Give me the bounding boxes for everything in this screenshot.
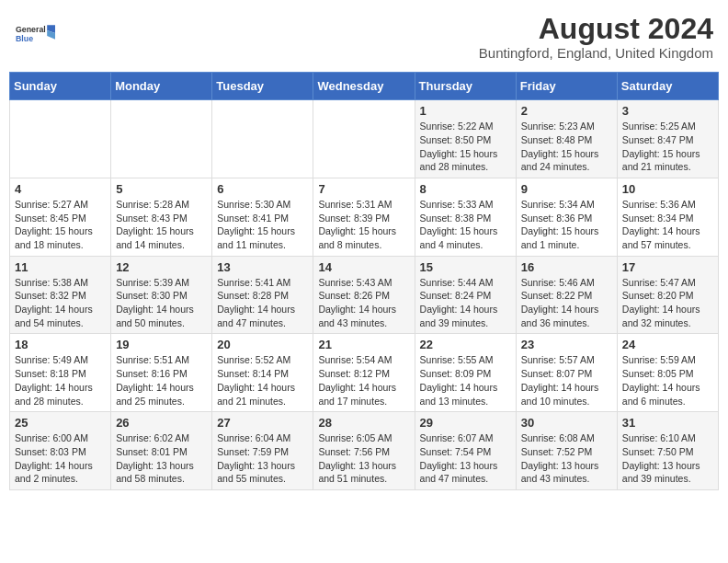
- day-number: 3: [622, 104, 713, 118]
- calendar-cell: 16Sunrise: 5:46 AM Sunset: 8:22 PM Dayli…: [516, 256, 617, 334]
- day-info: Sunrise: 5:22 AM Sunset: 8:50 PM Dayligh…: [420, 120, 511, 174]
- calendar-cell: 19Sunrise: 5:51 AM Sunset: 8:16 PM Dayli…: [111, 334, 212, 412]
- day-number: 17: [622, 260, 713, 274]
- calendar-cell: 22Sunrise: 5:55 AM Sunset: 8:09 PM Dayli…: [415, 334, 516, 412]
- calendar-cell: [313, 100, 415, 178]
- day-info: Sunrise: 5:55 AM Sunset: 8:09 PM Dayligh…: [420, 353, 511, 408]
- col-header-wednesday: Wednesday: [313, 73, 415, 100]
- day-info: Sunrise: 5:30 AM Sunset: 8:41 PM Dayligh…: [217, 198, 308, 252]
- day-info: Sunrise: 5:28 AM Sunset: 8:43 PM Dayligh…: [116, 198, 207, 252]
- day-info: Sunrise: 5:46 AM Sunset: 8:22 PM Dayligh…: [521, 276, 612, 330]
- day-number: 31: [622, 416, 713, 430]
- day-number: 8: [420, 182, 511, 196]
- day-info: Sunrise: 5:49 AM Sunset: 8:18 PM Dayligh…: [15, 353, 106, 408]
- calendar-cell: 21Sunrise: 5:54 AM Sunset: 8:12 PM Dayli…: [313, 334, 415, 412]
- calendar-cell: 8Sunrise: 5:33 AM Sunset: 8:38 PM Daylig…: [415, 178, 516, 256]
- calendar-cell: 5Sunrise: 5:28 AM Sunset: 8:43 PM Daylig…: [111, 178, 212, 256]
- calendar-cell: 10Sunrise: 5:36 AM Sunset: 8:34 PM Dayli…: [617, 178, 718, 256]
- day-number: 26: [116, 416, 207, 430]
- day-number: 20: [217, 338, 308, 351]
- col-header-sunday: Sunday: [10, 73, 111, 100]
- day-info: Sunrise: 6:07 AM Sunset: 7:54 PM Dayligh…: [420, 431, 511, 486]
- day-info: Sunrise: 5:44 AM Sunset: 8:24 PM Dayligh…: [420, 276, 511, 330]
- page-header: General Blue August 2024 Buntingford, En…: [9, 9, 719, 64]
- day-info: Sunrise: 6:10 AM Sunset: 7:50 PM Dayligh…: [622, 431, 713, 486]
- day-info: Sunrise: 5:36 AM Sunset: 8:34 PM Dayligh…: [622, 198, 713, 252]
- calendar-cell: 30Sunrise: 6:08 AM Sunset: 7:52 PM Dayli…: [516, 412, 617, 490]
- calendar-cell: 15Sunrise: 5:44 AM Sunset: 8:24 PM Dayli…: [415, 256, 516, 334]
- calendar-cell: 17Sunrise: 5:47 AM Sunset: 8:20 PM Dayli…: [617, 256, 718, 334]
- day-number: 23: [521, 338, 612, 351]
- calendar-cell: 29Sunrise: 6:07 AM Sunset: 7:54 PM Dayli…: [415, 412, 516, 490]
- day-number: 15: [420, 260, 511, 274]
- day-number: 24: [622, 338, 713, 351]
- col-header-tuesday: Tuesday: [212, 73, 313, 100]
- calendar-cell: 20Sunrise: 5:52 AM Sunset: 8:14 PM Dayli…: [212, 334, 313, 412]
- day-number: 1: [420, 104, 511, 118]
- day-number: 22: [420, 338, 511, 351]
- calendar-cell: [212, 100, 313, 178]
- day-number: 18: [15, 338, 106, 351]
- day-info: Sunrise: 6:05 AM Sunset: 7:56 PM Dayligh…: [318, 431, 409, 486]
- calendar-cell: 3Sunrise: 5:25 AM Sunset: 8:47 PM Daylig…: [617, 100, 718, 178]
- day-info: Sunrise: 6:00 AM Sunset: 8:03 PM Dayligh…: [15, 431, 106, 486]
- day-number: 7: [318, 182, 409, 196]
- calendar-cell: 28Sunrise: 6:05 AM Sunset: 7:56 PM Dayli…: [313, 412, 415, 490]
- calendar-week-row: 18Sunrise: 5:49 AM Sunset: 8:18 PM Dayli…: [10, 334, 719, 412]
- col-header-friday: Friday: [516, 73, 617, 100]
- day-info: Sunrise: 5:31 AM Sunset: 8:39 PM Dayligh…: [318, 198, 409, 252]
- calendar-cell: 23Sunrise: 5:57 AM Sunset: 8:07 PM Dayli…: [516, 334, 617, 412]
- calendar-cell: 7Sunrise: 5:31 AM Sunset: 8:39 PM Daylig…: [313, 178, 415, 256]
- calendar-header-row: SundayMondayTuesdayWednesdayThursdayFrid…: [10, 73, 719, 100]
- day-number: 29: [420, 416, 511, 430]
- day-number: 2: [521, 104, 612, 118]
- day-number: 27: [217, 416, 308, 430]
- svg-text:General: General: [16, 25, 46, 34]
- day-info: Sunrise: 6:02 AM Sunset: 8:01 PM Dayligh…: [116, 431, 207, 486]
- title-area: August 2024 Buntingford, England, United…: [479, 13, 713, 61]
- day-number: 4: [15, 182, 106, 196]
- day-number: 10: [622, 182, 713, 196]
- calendar-week-row: 11Sunrise: 5:38 AM Sunset: 8:32 PM Dayli…: [10, 256, 719, 334]
- col-header-thursday: Thursday: [415, 73, 516, 100]
- calendar-cell: 18Sunrise: 5:49 AM Sunset: 8:18 PM Dayli…: [10, 334, 111, 412]
- day-info: Sunrise: 5:43 AM Sunset: 8:26 PM Dayligh…: [318, 276, 409, 330]
- calendar-week-row: 4Sunrise: 5:27 AM Sunset: 8:45 PM Daylig…: [10, 178, 719, 256]
- calendar-cell: 24Sunrise: 5:59 AM Sunset: 8:05 PM Dayli…: [617, 334, 718, 412]
- day-info: Sunrise: 6:04 AM Sunset: 7:59 PM Dayligh…: [217, 431, 308, 486]
- calendar-cell: 31Sunrise: 6:10 AM Sunset: 7:50 PM Dayli…: [617, 412, 718, 490]
- day-info: Sunrise: 5:59 AM Sunset: 8:05 PM Dayligh…: [622, 353, 713, 408]
- day-info: Sunrise: 5:57 AM Sunset: 8:07 PM Dayligh…: [521, 353, 612, 408]
- day-info: Sunrise: 5:23 AM Sunset: 8:48 PM Dayligh…: [521, 120, 612, 174]
- day-number: 19: [116, 338, 207, 351]
- subtitle: Buntingford, England, United Kingdom: [479, 45, 713, 61]
- day-info: Sunrise: 5:39 AM Sunset: 8:30 PM Dayligh…: [116, 276, 207, 330]
- day-number: 25: [15, 416, 106, 430]
- day-info: Sunrise: 5:51 AM Sunset: 8:16 PM Dayligh…: [116, 353, 207, 408]
- day-info: Sunrise: 5:38 AM Sunset: 8:32 PM Dayligh…: [15, 276, 106, 330]
- day-info: Sunrise: 5:33 AM Sunset: 8:38 PM Dayligh…: [420, 198, 511, 252]
- main-title: August 2024: [479, 13, 713, 45]
- calendar-week-row: 25Sunrise: 6:00 AM Sunset: 8:03 PM Dayli…: [10, 412, 719, 490]
- day-info: Sunrise: 5:52 AM Sunset: 8:14 PM Dayligh…: [217, 353, 308, 408]
- day-info: Sunrise: 5:27 AM Sunset: 8:45 PM Dayligh…: [15, 198, 106, 252]
- calendar-cell: 25Sunrise: 6:00 AM Sunset: 8:03 PM Dayli…: [10, 412, 111, 490]
- calendar-cell: 4Sunrise: 5:27 AM Sunset: 8:45 PM Daylig…: [10, 178, 111, 256]
- day-number: 11: [15, 260, 106, 274]
- logo-svg: General Blue: [15, 13, 55, 53]
- calendar-cell: 27Sunrise: 6:04 AM Sunset: 7:59 PM Dayli…: [212, 412, 313, 490]
- calendar-week-row: 1Sunrise: 5:22 AM Sunset: 8:50 PM Daylig…: [10, 100, 719, 178]
- logo: General Blue: [15, 13, 55, 53]
- calendar-cell: [111, 100, 212, 178]
- calendar-cell: 6Sunrise: 5:30 AM Sunset: 8:41 PM Daylig…: [212, 178, 313, 256]
- day-number: 13: [217, 260, 308, 274]
- day-number: 6: [217, 182, 308, 196]
- day-number: 5: [116, 182, 207, 196]
- day-number: 14: [318, 260, 409, 274]
- calendar-cell: 14Sunrise: 5:43 AM Sunset: 8:26 PM Dayli…: [313, 256, 415, 334]
- day-number: 21: [318, 338, 409, 351]
- col-header-saturday: Saturday: [617, 73, 718, 100]
- col-header-monday: Monday: [111, 73, 212, 100]
- day-number: 30: [521, 416, 612, 430]
- day-number: 28: [318, 416, 409, 430]
